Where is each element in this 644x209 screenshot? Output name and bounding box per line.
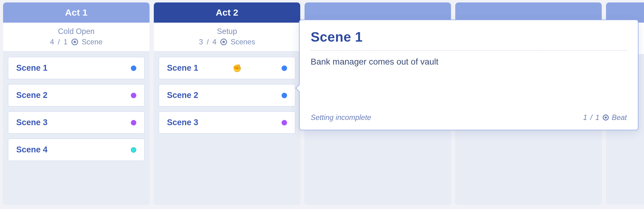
beat-current: 1 [583,113,587,122]
scene-list: Scene 1 Scene 2 Scene 3 Scene 4 [3,51,150,166]
popover-body: Bank manager comes out of vault [311,57,627,106]
scene-label: Scene 3 [167,118,198,127]
popover-status: Setting incomplete [311,113,371,122]
target-icon [71,39,78,45]
status-dot [131,93,136,98]
target-icon [220,39,227,45]
grab-cursor-icon: ✊ [233,64,242,73]
count-target: 1 [63,38,67,46]
column-meta: 3 / 4 Scenes [154,38,300,46]
unit-label: Scenes [231,38,255,46]
column-header[interactable]: Act 1 [3,2,150,23]
count-sep: / [207,38,209,46]
scene-list: Scene 1 ✊ Scene 2 Scene 3 [154,51,300,139]
status-dot [131,120,136,125]
scene-card[interactable]: Scene 2 [8,84,145,106]
scene-card[interactable]: Scene 1 [8,57,145,79]
status-dot [282,120,287,125]
beat-sep: / [590,113,593,122]
scene-label: Scene 3 [16,118,47,127]
column-header[interactable]: Act 2 [154,2,300,23]
beat-meta: 1/1 Beat [583,113,627,122]
status-dot [131,65,136,71]
count-sep: / [58,38,60,46]
column-subtitle: Setup [154,27,300,36]
beat-label: Beat [612,113,627,122]
scene-card[interactable]: Scene 1 ✊ [159,57,295,79]
popover-title: Scene 1 [311,29,627,45]
column-subheader: Setup 3 / 4 Scenes [154,23,300,51]
column-subtitle: Cold Open [3,27,150,36]
act-column-1: Act 1 Cold Open 4 / 1 Scene Scene 1 Scen… [3,2,150,204]
scene-popover: Scene 1 Bank manager comes out of vault … [299,20,638,130]
scene-card[interactable]: Scene 3 [159,111,295,134]
scene-label: Scene 1 [16,63,47,73]
count-current: 4 [50,38,54,46]
count-current: 3 [199,38,203,46]
beat-target: 1 [595,113,599,122]
scene-label: Scene 1 [167,63,198,73]
divider [311,50,627,51]
count-target: 4 [212,38,216,46]
scene-label: Scene 2 [16,91,47,100]
scene-card[interactable]: Scene 2 [159,84,295,106]
scene-card[interactable]: Scene 3 [8,111,145,134]
act-column-2: Act 2 Setup 3 / 4 Scenes Scene 1 ✊ Scene… [154,2,300,204]
status-dot [131,147,136,153]
unit-label: Scene [82,38,103,46]
target-icon [603,114,609,121]
status-dot [282,93,287,98]
scene-label: Scene 4 [16,145,47,155]
column-meta: 4 / 1 Scene [3,38,150,46]
column-subheader: Cold Open 4 / 1 Scene [3,23,150,51]
popover-footer: Setting incomplete 1/1 Beat [311,113,627,122]
status-dot [282,65,287,71]
scene-card[interactable]: Scene 4 [8,139,145,161]
scene-label: Scene 2 [167,91,198,100]
